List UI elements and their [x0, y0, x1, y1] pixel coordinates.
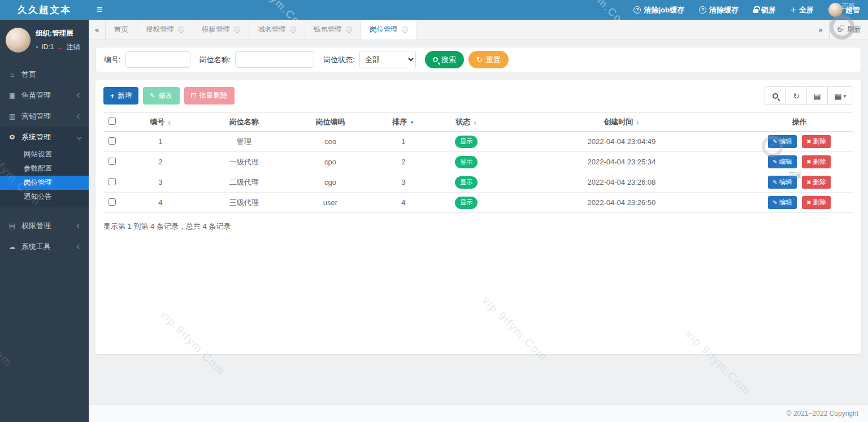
select-all-checkbox[interactable]	[108, 118, 116, 125]
logout-link[interactable]: 注销	[66, 42, 80, 52]
tab-domain[interactable]: 域名管理 ×	[249, 20, 305, 40]
table-row[interactable]: 1 管理 ceo 1 显示 2022-04-04 23:04:49 ✎编辑 ✖删…	[103, 132, 853, 152]
caret-down-icon: ▾	[844, 93, 847, 99]
batch-delete-button[interactable]: 批量删除	[184, 87, 235, 105]
lock-screen-label: 锁屏	[761, 5, 776, 15]
tabs-scroll-left-button[interactable]: «	[89, 20, 106, 40]
refresh-icon: ↻	[837, 25, 843, 34]
table-row[interactable]: 4 三级代理 user 4 显示 2022-04-04 23:26:50 ✎编辑…	[103, 193, 853, 213]
row-checkbox[interactable]	[108, 137, 116, 145]
sidebar-item-fry-mgmt[interactable]: ▣ 鱼苗管理	[0, 85, 89, 106]
table-row[interactable]: 3 二级代理 cgo 3 显示 2022-04-04 23:26:08 ✎编辑 …	[103, 172, 853, 193]
sort-asc-icon: ▲	[410, 119, 414, 124]
avatar	[6, 28, 31, 53]
row-edit-button[interactable]: ✎编辑	[768, 196, 796, 209]
close-icon[interactable]: ×	[234, 27, 240, 33]
row-edit-button[interactable]: ✎编辑	[768, 176, 796, 189]
clear-cache-button[interactable]: ? 清除缓存	[699, 5, 739, 15]
status-badge: 显示	[455, 176, 478, 189]
tab-wallet[interactable]: 钱包管理 ×	[305, 20, 361, 40]
chevron-left-icon	[77, 93, 81, 97]
col-header-code: 岗位编码	[289, 113, 372, 132]
tabs-scroll-right-button[interactable]: »	[813, 20, 830, 40]
reset-button[interactable]: ↻ 重置	[468, 51, 509, 68]
table-columns-button[interactable]: ▦▾	[828, 87, 853, 105]
x-icon: ✖	[806, 138, 811, 145]
row-delete-button[interactable]: ✖删除	[802, 196, 830, 209]
sidebar-item-tools[interactable]: ☁ 系统工具	[0, 236, 89, 257]
sidebar-item-label: 营销管理	[21, 111, 72, 121]
add-button[interactable]: + 新增	[103, 87, 138, 105]
table-search-toggle-button[interactable]	[765, 87, 786, 105]
plus-icon: +	[110, 92, 114, 100]
post-status-select[interactable]: 全部	[359, 51, 416, 68]
sidebar-item-marketing[interactable]: ▥ 营销管理	[0, 106, 89, 127]
sidebar-item-post-mgmt[interactable]: 岗位管理	[0, 176, 89, 190]
row-delete-button[interactable]: ✖删除	[802, 176, 830, 189]
avatar	[828, 3, 843, 17]
row-edit-button[interactable]: ✎编辑	[768, 155, 796, 168]
row-checkbox[interactable]	[108, 178, 116, 185]
sidebar-item-label: 权限管理	[21, 221, 72, 231]
col-header-order[interactable]: 排序▲	[372, 113, 435, 132]
search-panel: 编号: 岗位名称: 岗位状态: 全部 搜索	[96, 47, 861, 72]
clear-cache-label: 清除缓存	[709, 5, 739, 15]
col-header-id[interactable]: 编号▲▼	[121, 113, 199, 132]
topbar-nav: ? 清除job缓存 ? 清除缓存 锁屏 ✛ 全屏 超管	[633, 3, 860, 17]
sidebar-item-label: 系统工具	[21, 242, 72, 252]
tab-template[interactable]: 模板管理 ×	[193, 20, 249, 40]
table-refresh-button[interactable]: ↻	[786, 87, 807, 105]
sidebar-item-permission[interactable]: ▤ 权限管理	[0, 215, 89, 236]
sidebar-item-home[interactable]: ⌂ 首页	[0, 64, 89, 85]
add-button-label: 新增	[118, 91, 132, 101]
fullscreen-button[interactable]: ✛ 全屏	[791, 5, 814, 15]
user-menu[interactable]: 超管	[828, 3, 860, 17]
sort-icons: ▲▼	[474, 120, 477, 125]
cell-order: 1	[372, 132, 435, 152]
row-checkbox[interactable]	[108, 158, 116, 165]
row-edit-button[interactable]: ✎编辑	[768, 135, 796, 148]
close-icon[interactable]: ×	[178, 27, 184, 33]
post-name-input[interactable]	[235, 51, 314, 68]
tab-authorization[interactable]: 授权管理 ×	[137, 20, 193, 40]
sidebar-group-system: ⚙ 系统管理 网站设置 参数配置 岗位管理 · 通知公告	[0, 127, 89, 207]
cell-code: cgo	[289, 172, 372, 193]
table-view-toggle-button[interactable]: ▤	[807, 87, 828, 105]
clear-job-cache-button[interactable]: ? 清除job缓存	[633, 5, 684, 15]
cell-created: 2022-04-04 23:26:08	[498, 172, 745, 193]
sidebar-item-label: 首页	[21, 69, 81, 80]
x-icon: ✖	[806, 179, 811, 185]
sidebar-item-system-mgmt[interactable]: ⚙ 系统管理	[0, 127, 89, 147]
table-row[interactable]: 2 一级代理 cpo 2 显示 2022-04-04 23:25:34 ✎编辑 …	[103, 152, 853, 172]
id-input[interactable]	[125, 51, 190, 68]
sidebar-item-label: 系统管理	[21, 132, 72, 142]
tab-home[interactable]: 首页	[106, 20, 137, 40]
tab-refresh-button[interactable]: ↻ 刷新	[830, 20, 868, 40]
row-checkbox[interactable]	[108, 198, 116, 206]
sidebar-item-param-config[interactable]: 参数配置	[0, 162, 89, 176]
cloud-icon: ☁	[8, 243, 16, 251]
cell-name: 管理	[199, 132, 289, 152]
gear-icon: ⚙	[8, 133, 16, 141]
row-delete-button[interactable]: ✖删除	[802, 155, 830, 168]
col-header-created[interactable]: 创建时间▲▼	[498, 113, 745, 132]
search-button[interactable]: 搜索	[425, 51, 464, 68]
close-icon[interactable]: ×	[290, 27, 296, 33]
sidebar-item-site-settings[interactable]: 网站设置	[0, 147, 89, 162]
close-icon[interactable]: ×	[346, 27, 352, 33]
lock-screen-button[interactable]: 锁屏	[753, 5, 776, 15]
tab-label: 首页	[114, 25, 128, 34]
edit-button[interactable]: ✎ 修改	[143, 87, 179, 105]
sidebar-item-notice[interactable]: · 通知公告	[0, 190, 89, 204]
col-header-status[interactable]: 状态▲▼	[435, 113, 498, 132]
row-delete-button[interactable]: ✖删除	[802, 135, 830, 148]
bank-icon: ▥	[8, 112, 16, 120]
cell-name: 二级代理	[199, 172, 289, 193]
pencil-icon: ✎	[772, 199, 777, 206]
user-id-label: ID:1	[41, 43, 54, 51]
sidebar-toggle-icon[interactable]: ≡	[97, 0, 103, 20]
close-icon[interactable]: ×	[402, 27, 408, 33]
refresh-icon: ↻	[476, 55, 483, 64]
cell-code: cpo	[289, 152, 372, 172]
tab-post-mgmt[interactable]: 岗位管理 ×	[361, 20, 417, 40]
